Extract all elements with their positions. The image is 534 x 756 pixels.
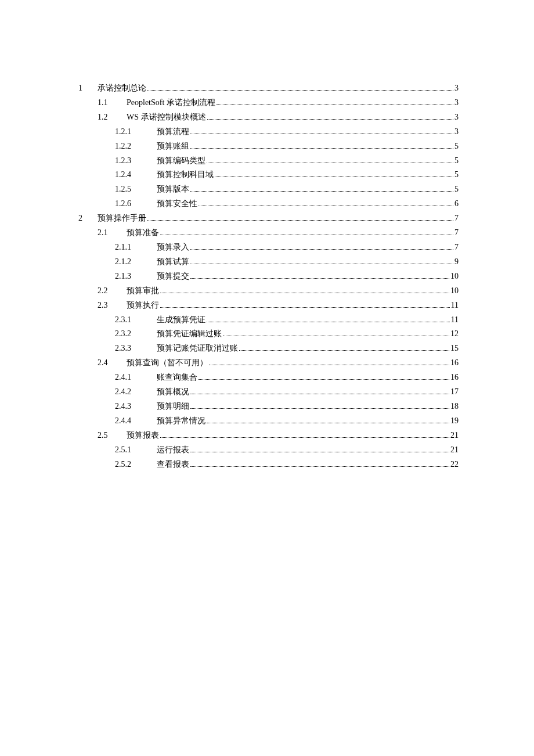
toc-entry-page: 12: [450, 327, 459, 341]
toc-entry-page: 18: [450, 399, 459, 414]
toc-entry-title: 预算提交: [157, 269, 189, 284]
toc-entry-title: 预算异常情况: [157, 414, 205, 429]
toc-entry: 2.2预算审批10: [78, 284, 459, 298]
toc-entry-page: 5: [454, 168, 459, 182]
toc-entry-title: 查看报表: [157, 458, 189, 472]
toc-entry-title: 预算账组: [157, 139, 189, 154]
toc-leader-dots: [160, 437, 449, 438]
toc-leader-dots: [209, 365, 449, 365]
toc-leader-dots: [190, 264, 453, 264]
toc-leader-dots: [190, 249, 453, 250]
toc-entry-title: WS 承诺控制模块概述: [127, 110, 206, 125]
toc-entry: 2.4.2预算概况17: [78, 385, 459, 399]
toc-entry-title: 账查询集合: [157, 370, 197, 385]
toc-leader-dots: [223, 336, 449, 336]
toc-entry-title: 运行报表: [157, 443, 189, 458]
toc-entry: 2.3.3预算记账凭证取消过账15: [78, 341, 459, 356]
toc-entry-title: 预算流程: [157, 125, 189, 139]
toc-entry-page: 6: [454, 197, 459, 211]
toc-leader-dots: [160, 235, 453, 235]
toc-entry: 2.5.2查看报表22: [78, 458, 459, 472]
toc-entry: 1.2WS 承诺控制模块概述3: [78, 110, 459, 125]
toc-entry-page: 16: [450, 356, 459, 370]
toc-leader-dots: [190, 134, 453, 134]
toc-entry-title: 预算操作手册: [98, 211, 146, 226]
toc-entry-title: 预算准备: [127, 226, 159, 240]
toc-entry-page: 7: [454, 211, 459, 226]
toc-entry-number: 1.2.6: [115, 197, 157, 211]
toc-entry: 1承诺控制总论3: [78, 81, 459, 96]
toc-entry-title: 预算审批: [127, 284, 159, 298]
toc-entry-title: 预算试算: [157, 255, 189, 269]
toc-entry-page: 15: [450, 341, 459, 356]
toc-leader-dots: [207, 423, 449, 423]
toc-leader-dots: [190, 394, 449, 394]
toc-entry: 2.1.2预算试算9: [78, 255, 459, 269]
toc-entry: 1.2.3预算编码类型5: [78, 154, 459, 168]
toc-leader-dots: [190, 278, 449, 279]
toc-entry: 2.1预算准备7: [78, 226, 459, 240]
toc-entry: 2.4预算查询（暂不可用）16: [78, 356, 459, 370]
toc-entry-title: 预算编码类型: [157, 154, 205, 168]
toc-entry-number: 1.2.2: [115, 139, 157, 154]
toc-leader-dots: [160, 293, 449, 293]
toc-entry-page: 9: [454, 255, 459, 269]
toc-leader-dots: [239, 350, 449, 351]
toc-entry-number: 1.2.3: [115, 154, 157, 168]
toc-entry-page: 7: [454, 240, 459, 255]
toc-entry-number: 2.1.1: [115, 240, 157, 255]
toc-entry: 1.1PeopletSoft 承诺控制流程3: [78, 96, 459, 110]
toc-entry: 2.4.1账查询集合16: [78, 370, 459, 385]
toc-entry-number: 2.4: [98, 356, 127, 370]
toc-entry-number: 2.3: [98, 298, 127, 313]
toc-entry-number: 2.5.2: [115, 458, 157, 472]
toc-entry-number: 1.2.5: [115, 182, 157, 197]
toc-entry-page: 3: [454, 110, 459, 125]
toc-leader-dots: [199, 206, 453, 206]
toc-entry-title: 生成预算凭证: [157, 313, 205, 327]
toc-entry: 2.1.3预算提交10: [78, 269, 459, 284]
toc-entry: 2预算操作手册7: [78, 211, 459, 226]
toc-entry: 1.2.2预算账组5: [78, 139, 459, 154]
toc-entry-title: 预算明细: [157, 399, 189, 414]
toc-leader-dots: [207, 322, 450, 322]
toc-leader-dots: [190, 466, 449, 467]
toc-entry-page: 16: [450, 370, 459, 385]
toc-entry-page: 5: [454, 139, 459, 154]
toc-leader-dots: [207, 163, 453, 163]
toc-leader-dots: [217, 105, 453, 105]
toc-entry: 2.5.1运行报表21: [78, 443, 459, 458]
toc-entry-number: 2.4.2: [115, 385, 157, 399]
toc-entry-number: 2.2: [98, 284, 127, 298]
toc-entry-title: 预算报表: [127, 429, 159, 443]
toc-entry-title: 预算录入: [157, 240, 189, 255]
toc-leader-dots: [190, 191, 453, 192]
toc-entry: 2.3预算执行11: [78, 298, 459, 313]
toc-leader-dots: [215, 177, 453, 177]
toc-entry-number: 2.1.2: [115, 255, 157, 269]
toc-entry-number: 1.1: [98, 96, 127, 110]
toc-leader-dots: [190, 148, 453, 149]
toc-entry-number: 1.2.1: [115, 125, 157, 139]
toc-entry-title: 预算执行: [127, 298, 159, 313]
toc-entry: 2.3.1生成预算凭证11: [78, 313, 459, 327]
toc-entry-page: 7: [454, 226, 459, 240]
toc-entry-number: 2.5: [98, 429, 127, 443]
toc-entry-title: 预算版本: [157, 182, 189, 197]
toc-entry-page: 5: [454, 154, 459, 168]
toc-entry-title: 预算概况: [157, 385, 189, 399]
toc-entry-title: PeopletSoft 承诺控制流程: [127, 96, 215, 110]
toc-entry-page: 3: [454, 125, 459, 139]
toc-leader-dots: [207, 119, 454, 120]
toc-entry-page: 19: [450, 414, 459, 429]
toc-entry: 2.4.3预算明细18: [78, 399, 459, 414]
toc-entry-number: 2.5.1: [115, 443, 157, 458]
toc-entry-page: 3: [454, 81, 459, 96]
table-of-contents: 1承诺控制总论31.1PeopletSoft 承诺控制流程31.2WS 承诺控制…: [78, 81, 459, 471]
toc-entry-page: 17: [450, 385, 459, 399]
toc-entry-page: 11: [451, 313, 459, 327]
toc-entry-page: 3: [454, 96, 459, 110]
toc-entry: 1.2.4预算控制科目域5: [78, 168, 459, 182]
toc-entry-title: 承诺控制总论: [98, 81, 146, 96]
toc-entry: 1.2.6预算安全性6: [78, 197, 459, 211]
